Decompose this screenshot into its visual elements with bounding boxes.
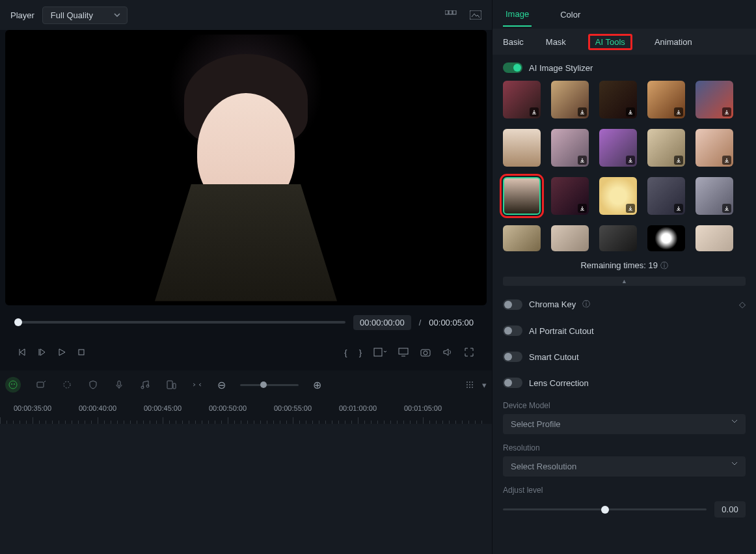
style-thumb-selected[interactable]: [503, 177, 541, 215]
download-icon: [578, 204, 587, 213]
prev-frame-button[interactable]: [18, 348, 27, 357]
ai-stylizer-label: AI Image Stylizer: [529, 63, 593, 73]
subtab-basic[interactable]: Basic: [503, 37, 524, 47]
tab-color[interactable]: Color: [558, 3, 583, 26]
mark-in-icon[interactable]: {: [344, 348, 347, 357]
download-icon: [722, 204, 731, 213]
ai-stylizer-toggle[interactable]: [503, 62, 522, 73]
style-thumb[interactable]: [647, 177, 685, 215]
quality-value: Full Quality: [51, 10, 93, 20]
style-thumb[interactable]: [599, 225, 637, 251]
seek-bar[interactable]: [18, 321, 345, 324]
device-icon[interactable]: [165, 379, 177, 391]
player-header: Player Full Quality: [0, 0, 492, 30]
style-thumb[interactable]: [599, 129, 637, 167]
style-thumb[interactable]: [551, 129, 589, 167]
ruler-tick: 00:01:05:00: [423, 404, 488, 424]
grid-icon[interactable]: [465, 380, 474, 389]
download-icon: [578, 156, 587, 165]
music-icon[interactable]: [139, 379, 151, 391]
download-icon: [722, 156, 731, 165]
style-thumb[interactable]: [503, 81, 541, 118]
style-thumb[interactable]: [695, 81, 733, 118]
svg-point-28: [466, 387, 468, 388]
resolution-select[interactable]: Select Resolution: [503, 456, 746, 477]
fullscreen-icon[interactable]: [465, 348, 474, 357]
slider-handle[interactable]: [601, 506, 609, 514]
style-grid-row4: [493, 225, 756, 251]
lens-correction-toggle[interactable]: [503, 378, 522, 388]
timeline-body[interactable]: [0, 424, 492, 554]
volume-icon[interactable]: [442, 348, 453, 357]
subtab-animation[interactable]: Animation: [655, 37, 692, 47]
time-current[interactable]: 00:00:00:00: [353, 315, 411, 330]
subtab-mask[interactable]: Mask: [546, 37, 566, 47]
subtab-aitools[interactable]: AI Tools: [588, 34, 632, 50]
tab-image[interactable]: Image: [503, 3, 532, 27]
chroma-key-toggle[interactable]: [503, 299, 522, 310]
fit-icon[interactable]: [191, 379, 203, 391]
zoom-in-button[interactable]: ⊕: [313, 379, 321, 391]
help-icon[interactable]: ⓘ: [582, 299, 590, 310]
collapse-bar[interactable]: ▲: [503, 277, 746, 286]
ai-tool-icon[interactable]: [5, 377, 21, 393]
step-back-button[interactable]: [38, 348, 47, 357]
help-icon[interactable]: ⓘ: [660, 261, 668, 270]
stop-button[interactable]: [77, 348, 86, 357]
crop-dropdown[interactable]: [373, 348, 386, 357]
style-thumb[interactable]: [647, 225, 685, 251]
style-thumb[interactable]: [647, 129, 685, 167]
portrait-cutout-toggle[interactable]: [503, 325, 522, 336]
layout-icon[interactable]: [445, 10, 457, 20]
style-thumb[interactable]: [551, 225, 589, 251]
camera-icon[interactable]: [420, 348, 431, 357]
snapshot-icon[interactable]: [470, 10, 481, 20]
download-icon: [530, 107, 539, 117]
display-icon[interactable]: [398, 348, 409, 357]
download-icon: [674, 156, 683, 165]
svg-point-22: [466, 381, 468, 383]
svg-point-14: [14, 383, 15, 385]
adjust-level-label: Adjust level: [503, 486, 746, 495]
zoom-handle[interactable]: [260, 381, 267, 388]
smart-cutout-label: Smart Cutout: [529, 352, 579, 362]
style-thumb[interactable]: [695, 225, 733, 251]
shield-icon[interactable]: [87, 379, 99, 391]
circle-tool-icon[interactable]: [61, 379, 73, 391]
device-model-select[interactable]: Select Profile: [503, 414, 746, 434]
adjust-level-value[interactable]: 0.00: [714, 501, 746, 518]
mark-out-icon[interactable]: }: [359, 348, 362, 357]
svg-rect-0: [445, 10, 448, 14]
zoom-slider[interactable]: [240, 384, 299, 386]
style-thumb[interactable]: [551, 177, 589, 215]
style-thumb[interactable]: [695, 177, 733, 215]
svg-point-24: [472, 381, 473, 383]
svg-rect-17: [118, 381, 120, 386]
style-thumb[interactable]: [599, 177, 637, 215]
mic-icon[interactable]: [113, 379, 125, 391]
style-thumb[interactable]: [695, 129, 733, 167]
style-thumb[interactable]: [599, 81, 637, 118]
diamond-icon[interactable]: ◇: [739, 299, 746, 309]
style-thumb[interactable]: [551, 81, 589, 118]
style-thumb[interactable]: [503, 129, 541, 167]
svg-point-30: [472, 387, 473, 388]
adjust-level-slider[interactable]: [503, 508, 707, 510]
timeline: 00:00:35:0000:00:40:0000:00:45:0000:00:5…: [0, 399, 492, 554]
seek-handle[interactable]: [14, 318, 22, 326]
zoom-out-button[interactable]: ⊖: [217, 379, 226, 391]
download-icon: [578, 107, 587, 117]
svg-point-27: [472, 384, 473, 385]
svg-point-11: [424, 351, 427, 355]
svg-rect-21: [173, 383, 176, 389]
record-icon[interactable]: [35, 379, 47, 391]
smart-cutout-toggle[interactable]: [503, 352, 522, 362]
quality-dropdown[interactable]: Full Quality: [42, 7, 128, 24]
style-thumb[interactable]: [647, 81, 685, 118]
svg-point-26: [469, 384, 470, 385]
style-thumb[interactable]: [503, 225, 541, 251]
svg-point-12: [9, 381, 17, 389]
play-button[interactable]: [57, 348, 66, 357]
grid-dropdown-icon[interactable]: ▾: [482, 380, 487, 390]
timeline-ruler[interactable]: 00:00:35:0000:00:40:0000:00:45:0000:00:5…: [0, 404, 492, 424]
